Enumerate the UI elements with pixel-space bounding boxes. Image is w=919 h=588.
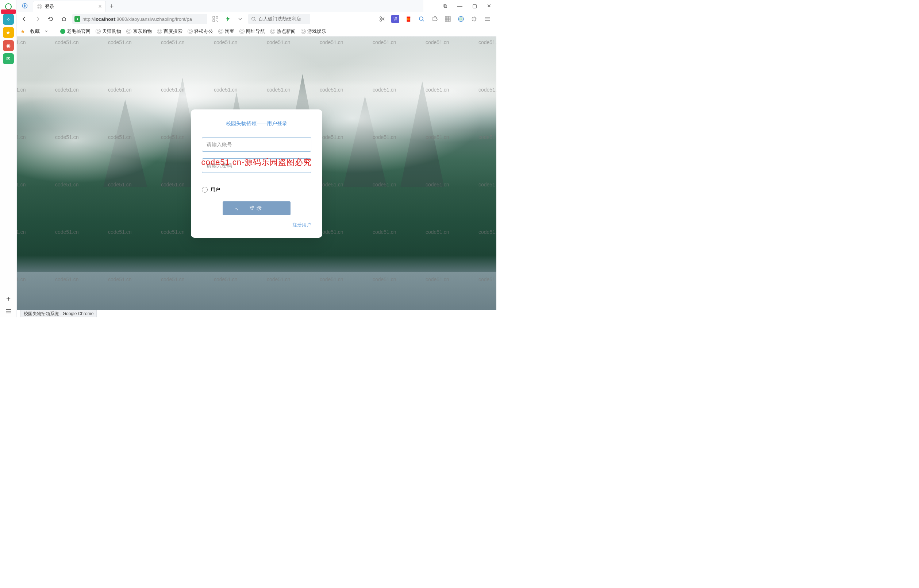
svg-rect-10 (445, 16, 447, 18)
flash-icon[interactable] (223, 15, 232, 23)
zoom-icon[interactable] (417, 15, 426, 23)
apps-icon[interactable] (444, 15, 452, 23)
tab-active[interactable]: 登录 ✕ (33, 1, 106, 12)
bookmark-item[interactable]: 百度搜索 (157, 28, 183, 35)
home-button[interactable] (59, 14, 69, 24)
tab-close-button[interactable]: ✕ (98, 4, 102, 9)
bookmark-item[interactable]: 淘宝 (218, 28, 234, 35)
qr-icon[interactable] (211, 15, 220, 23)
globe-icon (301, 29, 306, 34)
globe-icon (126, 29, 131, 34)
menu-icon[interactable] (483, 15, 491, 23)
bookmark-item[interactable]: 老毛桃官网 (60, 28, 91, 35)
divider (202, 181, 311, 181)
svg-point-7 (380, 17, 382, 18)
svg-rect-15 (449, 18, 450, 20)
status-bar: 校园失物招领系统 - Google Chrome (17, 310, 497, 317)
globe-icon (239, 29, 244, 34)
shield-icon: ✦ (74, 16, 80, 22)
svg-rect-12 (449, 16, 450, 18)
globe-icon (270, 29, 275, 34)
puzzle-icon[interactable] (431, 15, 439, 23)
bookmark-item[interactable]: 网址导航 (239, 28, 265, 35)
sidebar-app-mail[interactable]: ✉ (3, 53, 14, 64)
login-card: 校园失物招领——用户登录 用户 登录 ↖ 注册用户 (191, 110, 322, 238)
minimize-button[interactable]: — (453, 0, 467, 12)
watermark-overlay: code51.cn-源码乐园盗图必究 (201, 157, 312, 168)
bookmark-item[interactable]: 热点新闻 (270, 28, 296, 35)
scissors-icon[interactable] (378, 15, 386, 23)
svg-point-20 (460, 18, 462, 20)
search-box[interactable]: 百人破门洗劫便利店 (248, 14, 310, 24)
compass-icon[interactable] (17, 0, 33, 12)
globe-icon (188, 29, 193, 34)
role-label: 用户 (210, 186, 220, 193)
svg-rect-11 (447, 16, 448, 18)
bookmarks-label: 收藏 (30, 28, 40, 35)
search-placeholder: 百人破门洗劫便利店 (259, 16, 301, 22)
sidebar-app-weibo[interactable]: ◉ (3, 40, 14, 51)
bookmark-item[interactable]: 京东购物 (126, 28, 152, 35)
url-text: http://localhost:8080/xiaoyuansiwuzhaoli… (83, 16, 192, 22)
bookmarks-bar: ★ 收藏 老毛桃官网 天猫购物 京东购物 百度搜索 轻松办公 淘宝 网址导航 热… (17, 26, 497, 37)
svg-point-9 (419, 17, 423, 20)
svg-point-8 (380, 20, 382, 21)
sidebar-app-1[interactable]: ✧ (3, 14, 14, 25)
sidebar-app-2[interactable]: ★ (3, 27, 14, 38)
browser-left-sidebar: ✧ ★ ◉ ✉ ＋ (0, 0, 17, 317)
address-bar-row: ✦ http://localhost:8080/xiaoyuansiwuzhao… (17, 12, 497, 26)
svg-rect-18 (449, 20, 450, 21)
cursor-icon: ↖ (235, 207, 241, 212)
globe-icon (218, 29, 223, 34)
maximize-button[interactable]: ▢ (467, 0, 482, 12)
decorative-river (17, 272, 497, 310)
globe-icon (95, 29, 101, 34)
page-content: code51.cncode51.cncode51.cncode51.cncode… (17, 37, 497, 310)
sidebar-menu-button[interactable] (5, 309, 11, 314)
status-text: 校园失物招领系统 - Google Chrome (21, 310, 97, 318)
theme-icon[interactable] (470, 15, 478, 23)
sidebar-add-button[interactable]: ＋ (5, 294, 12, 304)
svg-rect-13 (445, 18, 447, 20)
reload-button[interactable] (46, 14, 55, 24)
svg-point-21 (473, 18, 476, 20)
chevron-down-icon[interactable] (45, 30, 48, 33)
bookmark-item[interactable]: 游戏娱乐 (301, 28, 326, 35)
svg-rect-17 (447, 20, 448, 21)
bookmark-item[interactable]: 轻松办公 (188, 28, 213, 35)
svg-rect-2 (216, 16, 218, 18)
svg-point-6 (252, 17, 255, 20)
360-icon[interactable] (457, 15, 465, 23)
dropdown-icon[interactable] (236, 15, 244, 23)
globe-icon (37, 4, 42, 9)
gift-icon[interactable]: 🧧 (404, 15, 413, 23)
tab-title: 登录 (45, 3, 54, 10)
site-icon (60, 29, 65, 34)
svg-rect-3 (213, 20, 215, 21)
search-icon (251, 16, 256, 21)
bookmark-item[interactable]: 天猫购物 (95, 28, 121, 35)
translate-button[interactable]: 译 (391, 15, 399, 23)
role-option-user[interactable]: 用户 (202, 185, 311, 194)
username-input[interactable] (202, 137, 311, 152)
svg-rect-1 (213, 16, 215, 18)
svg-rect-16 (445, 20, 447, 21)
new-tab-button[interactable]: + (106, 1, 118, 12)
toolbar-right: 译 🧧 (378, 15, 493, 23)
globe-icon (157, 29, 162, 34)
forward-button[interactable] (33, 14, 42, 24)
register-link[interactable]: 注册用户 (202, 222, 311, 228)
tab-strip: 登录 ✕ + (17, 0, 423, 12)
pip-button[interactable]: ⧉ (438, 0, 453, 12)
divider (202, 196, 311, 196)
back-button[interactable] (20, 14, 29, 24)
svg-rect-14 (447, 18, 448, 20)
login-button[interactable]: 登录 ↖ (223, 201, 291, 215)
address-bar[interactable]: ✦ http://localhost:8080/xiaoyuansiwuzhao… (72, 14, 207, 24)
window-controls: ⧉ — ▢ ✕ (438, 0, 497, 12)
login-title: 校园失物招领——用户登录 (202, 120, 311, 127)
close-window-button[interactable]: ✕ (482, 0, 497, 12)
svg-rect-4 (216, 20, 217, 20)
svg-point-19 (458, 16, 464, 21)
browser-logo-icon (3, 2, 13, 12)
